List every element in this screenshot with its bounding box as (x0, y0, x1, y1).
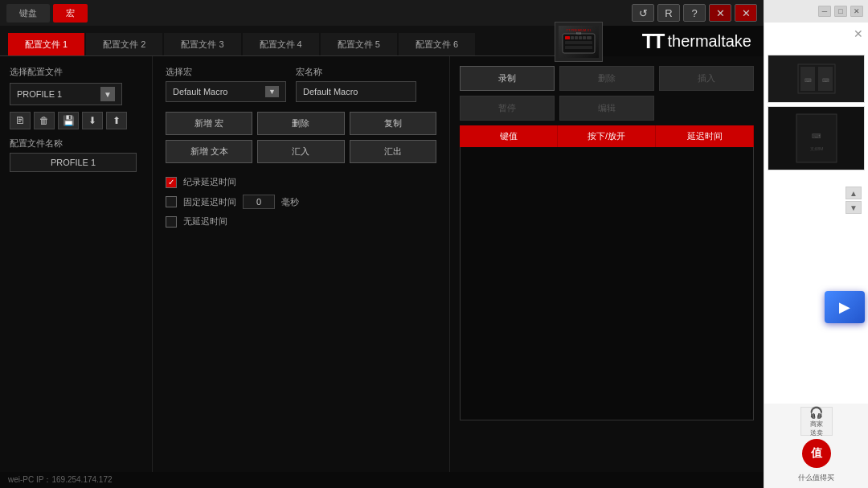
delay-unit: 毫秒 (281, 196, 299, 208)
checkbox-no-delay[interactable] (166, 216, 177, 228)
status-bar: wei-PC IP：169.254.174.172 (0, 472, 764, 488)
scroll-up-btn[interactable]: ▲ (845, 187, 862, 199)
profile-select-arrow: ▼ (100, 87, 115, 101)
profile-select-value: PROFILE 1 (17, 89, 62, 99)
delete-macro-btn[interactable]: 删除 (257, 112, 344, 135)
profile-tab-4[interactable]: 配置文件 4 (243, 33, 319, 55)
profile-section-label: 选择配置文件 (10, 66, 142, 78)
tt-logo-symbol: TT (642, 29, 663, 54)
browser-items: ⌨ ⌨ ⌨ 支持8M (764, 23, 868, 174)
scroll-down-btn[interactable]: ▼ (845, 201, 862, 214)
status-text: wei-PC IP：169.254.174.172 (8, 474, 113, 486)
svg-text:RGB: RGB (576, 32, 582, 35)
left-panel: 选择配置文件 PROFILE 1 ▼ 🖹 🗑 💾 ⬇ ⬆ 配置文件名称 PROF… (0, 56, 153, 488)
action-buttons: 录制 删除 插入 暂停 编辑 (460, 66, 754, 121)
product-image: TT PREMIUM X1 RGB (555, 22, 603, 62)
profile-name-label: 配置文件名称 (10, 137, 142, 150)
save-profile-btn[interactable]: 💾 (58, 112, 79, 129)
product-ad-1[interactable]: ⌨ ⌨ (768, 55, 865, 103)
browser-close[interactable]: ✕ (850, 6, 863, 17)
svg-rect-4 (579, 36, 582, 39)
new-profile-btn[interactable]: 🖹 (10, 112, 31, 129)
checkbox-fixed-delay[interactable] (166, 196, 177, 207)
scroll-btns: ▲ ▼ (842, 183, 865, 217)
main-content: 选择配置文件 PROFILE 1 ▼ 🖹 🗑 💾 ⬇ ⬆ 配置文件名称 PROF… (0, 56, 764, 488)
browser-content: ✕ ⌨ ⌨ ⌨ 支持8M ▶ ▲ (764, 23, 868, 404)
label-no-delay: 无延迟时间 (183, 215, 227, 228)
merchant-label: 商家送卖 (810, 420, 823, 437)
right-panel: 录制 删除 插入 暂停 编辑 键值 按下/放开 延迟时间 (450, 56, 764, 488)
edit-btn[interactable]: 编辑 (559, 96, 654, 121)
app-window: 键盘 宏 ↺ R ? ✕ ✕ 配置文件 1 配置文件 2 配置文件 3 配置文件… (0, 0, 764, 488)
value-badge[interactable]: 值 (802, 439, 831, 468)
record-btn[interactable]: 录制 (460, 66, 555, 91)
col-action: 按下/放开 (558, 125, 656, 147)
profile-select[interactable]: PROFILE 1 ▼ (10, 83, 122, 105)
brand-name: thermaltake (668, 32, 752, 51)
help-btn[interactable]: ? (683, 4, 706, 22)
browser-topbar: ─ □ ✕ (764, 0, 868, 23)
label-fixed-delay: 固定延迟时间 (183, 196, 236, 208)
macro-select[interactable]: Default Macro ▼ (166, 81, 286, 102)
browser-restore[interactable]: □ (834, 6, 847, 17)
tab-macro[interactable]: 宏 (53, 4, 88, 23)
copy-macro-btn[interactable]: 复制 (350, 112, 436, 135)
profile-tab-3[interactable]: 配置文件 3 (164, 33, 240, 55)
brand-area: TT thermaltake (603, 26, 764, 56)
pause-btn[interactable]: 暂停 (460, 96, 555, 121)
badge-text: 值 (811, 446, 822, 461)
merchant-service-btn[interactable]: 🎧 商家送卖 (800, 407, 833, 436)
headset-icon: 🎧 (809, 406, 823, 419)
minimize-btn[interactable]: ✕ (709, 4, 731, 22)
export-profile-btn[interactable]: ⬆ (106, 112, 127, 129)
add-text-btn[interactable]: 新增 文本 (166, 140, 252, 163)
nav-tabs: 配置文件 1 配置文件 2 配置文件 3 配置文件 4 配置文件 5 配置文件 … (0, 26, 764, 56)
svg-text:⌨: ⌨ (812, 133, 821, 140)
macro-button-grid: 新增 宏 删除 复制 新增 文本 汇入 汇出 (166, 112, 436, 163)
bottom-icons: 🎧 商家送卖 值 什么值得买 (764, 404, 868, 488)
profile-tab-6[interactable]: 配置文件 6 (399, 33, 475, 55)
profile-tab-1[interactable]: 配置文件 1 (8, 33, 84, 55)
site-name: 什么值得买 (796, 471, 836, 485)
svg-rect-7 (565, 41, 592, 44)
svg-rect-5 (583, 36, 586, 39)
macro-select-value: Default Macro (173, 87, 227, 96)
close-btn[interactable]: ✕ (735, 4, 757, 22)
browser-minimize[interactable]: ─ (818, 6, 831, 17)
import-macro-btn[interactable]: 汇入 (257, 140, 344, 163)
svg-rect-8 (565, 46, 592, 49)
product-ad-2[interactable]: ⌨ 支持8M (768, 106, 865, 170)
macro-select-label: 选择宏 (166, 66, 286, 78)
checkbox-row-nodelay: 无延迟时间 (166, 215, 436, 228)
insert-btn[interactable]: 插入 (659, 66, 754, 91)
import-profile-btn[interactable]: ⬇ (82, 112, 103, 129)
delay-input[interactable] (243, 195, 275, 209)
middle-panel: 选择宏 Default Macro ▼ 宏名称 新增 宏 删除 复制 新增 文本… (153, 56, 450, 488)
export-macro-btn[interactable]: 汇出 (350, 140, 436, 163)
profile-name-box[interactable]: PROFILE 1 (10, 153, 137, 172)
svg-text:⌨: ⌨ (804, 78, 811, 83)
tab-keyboard[interactable]: 键盘 (6, 4, 50, 23)
profile-tab-5[interactable]: 配置文件 5 (321, 33, 397, 55)
svg-rect-3 (575, 36, 578, 39)
reset-btn[interactable]: R (657, 4, 680, 22)
title-bar: 键盘 宏 ↺ R ? ✕ ✕ (0, 0, 764, 26)
checkbox-row-record: 纪录延迟时间 (166, 176, 436, 188)
add-macro-btn[interactable]: 新增 宏 (166, 112, 252, 135)
profile-tab-2[interactable]: 配置文件 2 (86, 33, 162, 55)
svg-text:支持8M: 支持8M (809, 146, 823, 151)
table-body (460, 147, 754, 420)
macro-name-input[interactable] (296, 81, 416, 102)
delete-key-btn[interactable]: 删除 (559, 66, 654, 91)
expand-btn[interactable]: ▶ (825, 291, 865, 323)
checkbox-group: 纪录延迟时间 固定延迟时间 毫秒 无延迟时间 (166, 176, 436, 228)
delete-profile-btn[interactable]: 🗑 (34, 112, 55, 129)
checkbox-record-delay[interactable] (166, 177, 177, 188)
macro-name-label: 宏名称 (296, 66, 416, 78)
refresh-btn[interactable]: ↺ (632, 4, 654, 22)
window-controls: ↺ R ? ✕ ✕ (632, 4, 757, 22)
panel-close-icon[interactable]: ✕ (854, 27, 863, 40)
icon-toolbar: 🖹 🗑 💾 ⬇ ⬆ (10, 112, 142, 129)
macro-select-arrow: ▼ (265, 86, 279, 97)
product-thumbnail: TT PREMIUM X1 RGB (559, 26, 599, 58)
